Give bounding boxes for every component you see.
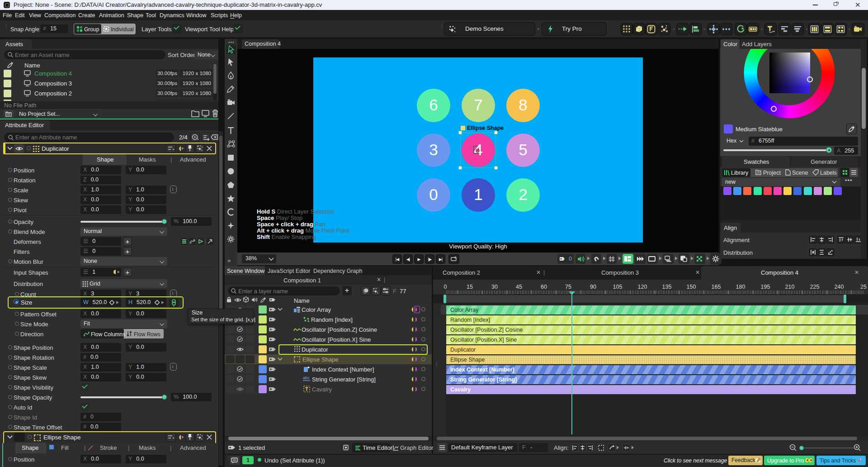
- svg-text:abc: abc: [303, 376, 310, 380]
